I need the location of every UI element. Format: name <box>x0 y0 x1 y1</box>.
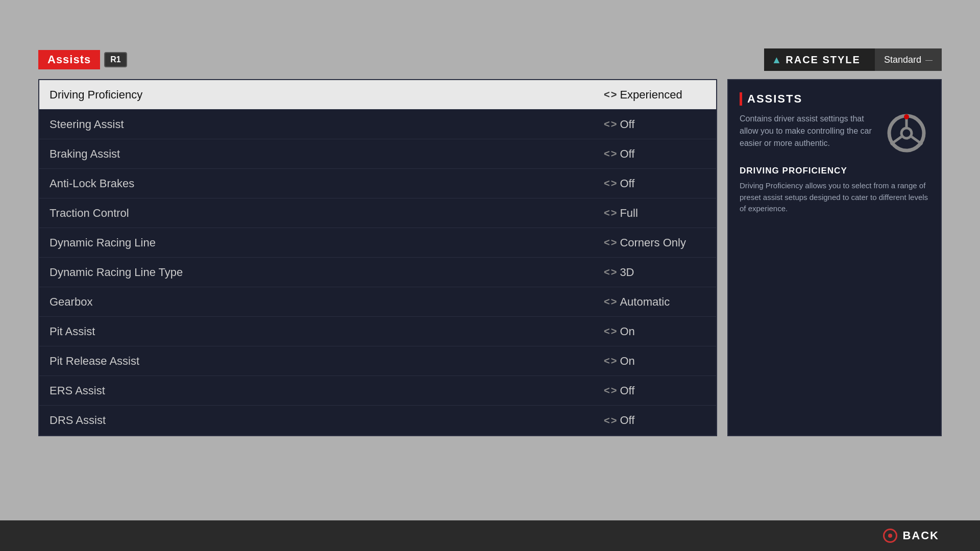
row-value: Off <box>620 177 634 190</box>
row-value: Off <box>620 118 634 131</box>
info-accent-bar <box>740 92 742 106</box>
info-subtitle: DRIVING PROFICIENCY <box>740 166 929 176</box>
row-label: Dynamic Racing Line Type <box>50 266 604 279</box>
settings-row[interactable]: Pit Assist<>On <box>39 317 716 346</box>
row-value: Automatic <box>620 295 670 309</box>
row-value-area: <>Off <box>604 147 706 161</box>
settings-row[interactable]: Traction Control<>Full <box>39 198 716 228</box>
top-bar: Assists R1 ▲ RACE STYLE Standard — <box>38 48 942 71</box>
chevrons-icon: <> <box>604 415 617 427</box>
settings-row[interactable]: Anti-Lock Brakes<>Off <box>39 169 716 198</box>
row-value: On <box>620 325 634 338</box>
info-title: ASSISTS <box>747 92 802 106</box>
race-style-value[interactable]: Standard — <box>875 48 942 71</box>
info-panel: ASSISTS Contains driver assist settings … <box>727 79 942 436</box>
row-label: Dynamic Racing Line <box>50 236 604 249</box>
settings-row[interactable]: ERS Assist<>Off <box>39 376 716 406</box>
assists-label[interactable]: Assists <box>38 50 100 69</box>
row-label: Traction Control <box>50 207 604 220</box>
chevrons-icon: <> <box>604 237 617 248</box>
row-value: Corners Only <box>620 236 686 249</box>
settings-row[interactable]: Pit Release Assist<>On <box>39 346 716 376</box>
info-title-bar: ASSISTS <box>740 92 929 106</box>
race-style-current-value: Standard <box>884 55 921 65</box>
chevrons-icon: <> <box>604 325 617 337</box>
chevrons-icon: <> <box>604 178 617 189</box>
settings-row[interactable]: Dynamic Racing Line<>Corners Only <box>39 228 716 258</box>
row-value-area: <>Full <box>604 207 706 220</box>
settings-panel: Driving Proficiency<>ExperiencedSteering… <box>38 79 717 436</box>
chevrons-icon: <> <box>604 89 617 101</box>
race-style-bar: ▲ RACE STYLE Standard — <box>764 48 942 71</box>
row-label: Anti-Lock Brakes <box>50 177 604 190</box>
row-value-area: <>Off <box>604 414 706 427</box>
race-style-text: RACE STYLE <box>786 54 868 66</box>
row-label: Gearbox <box>50 295 604 309</box>
row-label: ERS Assist <box>50 384 604 397</box>
settings-row[interactable]: Driving Proficiency<>Experienced <box>39 80 716 110</box>
row-value-area: <>On <box>604 355 706 368</box>
circle-dot <box>888 534 892 538</box>
row-value-area: <>Experienced <box>604 88 706 102</box>
svg-point-1 <box>901 128 912 138</box>
row-value: Full <box>620 207 638 220</box>
row-value-area: <>On <box>604 325 706 338</box>
row-label: Pit Release Assist <box>50 355 604 368</box>
chevrons-icon: <> <box>604 207 617 219</box>
row-value: Off <box>620 147 634 161</box>
chevrons-icon: <> <box>604 385 617 396</box>
info-body: Contains driver assist settings that all… <box>740 113 929 154</box>
settings-row[interactable]: Steering Assist<>Off <box>39 110 716 139</box>
info-description: Contains driver assist settings that all… <box>740 113 875 154</box>
info-subdescription: Driving Proficiency allows you to select… <box>740 180 929 215</box>
row-label: Steering Assist <box>50 118 604 131</box>
row-value-area: <>Off <box>604 177 706 190</box>
main-content: Driving Proficiency<>ExperiencedSteering… <box>38 79 942 436</box>
row-value-area: <>Automatic <box>604 295 706 309</box>
race-style-icon-area: ▲ RACE STYLE <box>764 54 874 66</box>
assists-tab: Assists R1 <box>38 50 127 69</box>
row-value: 3D <box>620 266 634 279</box>
chevrons-icon: <> <box>604 355 617 367</box>
bottom-bar: BACK <box>0 520 980 551</box>
row-label: Pit Assist <box>50 325 604 338</box>
row-value: Off <box>620 384 634 397</box>
chevrons-icon: <> <box>604 266 617 278</box>
row-value-area: <>Corners Only <box>604 236 706 249</box>
row-value-area: <>Off <box>604 118 706 131</box>
settings-row[interactable]: Gearbox<>Automatic <box>39 287 716 317</box>
steering-wheel-icon <box>884 113 929 154</box>
chevrons-icon: <> <box>604 148 617 160</box>
settings-row[interactable]: DRS Assist<>Off <box>39 406 716 435</box>
row-value: Experienced <box>620 88 682 102</box>
row-label: Driving Proficiency <box>50 88 604 102</box>
row-value-area: <>3D <box>604 266 706 279</box>
triangle-icon: ▲ <box>771 54 781 66</box>
r1-badge: R1 <box>104 52 127 67</box>
settings-row[interactable]: Braking Assist<>Off <box>39 139 716 169</box>
chevrons-icon: <> <box>604 296 617 308</box>
svg-point-5 <box>904 114 909 119</box>
settings-row[interactable]: Dynamic Racing Line Type<>3D <box>39 258 716 287</box>
row-value: On <box>620 355 634 368</box>
row-value-area: <>Off <box>604 384 706 397</box>
race-style-minus-icon: — <box>925 56 933 64</box>
back-label: BACK <box>902 529 939 542</box>
circle-icon <box>883 529 897 543</box>
row-value: Off <box>620 414 634 427</box>
row-label: Braking Assist <box>50 147 604 161</box>
row-label: DRS Assist <box>50 414 604 427</box>
chevrons-icon: <> <box>604 118 617 130</box>
back-button[interactable]: BACK <box>883 529 939 543</box>
